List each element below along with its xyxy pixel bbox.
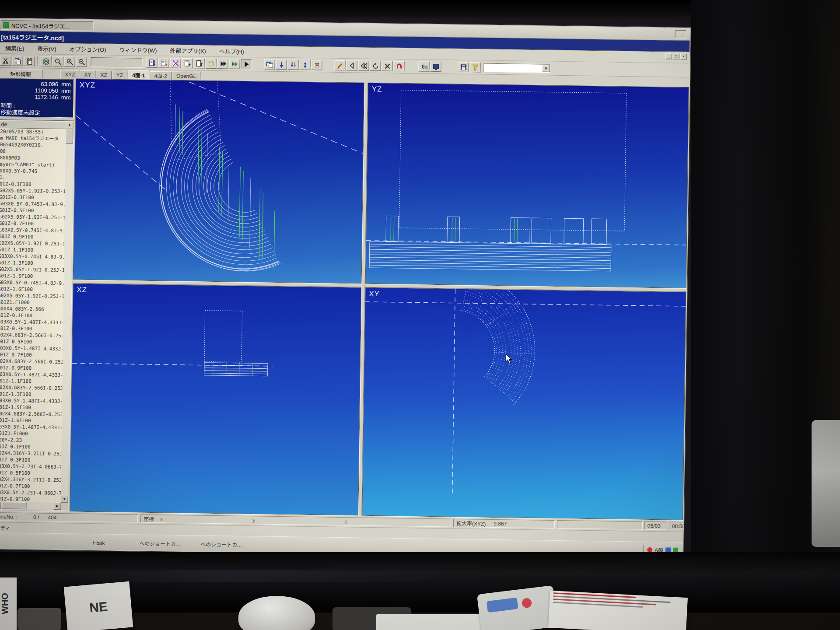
scroll-down-icon[interactable]: ▼ (61, 496, 68, 503)
coord-z-label: z (345, 518, 347, 525)
scroll-right-icon[interactable]: ▶ (53, 503, 61, 510)
mdi-restore-button[interactable]: □ (673, 54, 679, 60)
app-task-button[interactable]: NCVC - [ta154ラジエ... (1, 20, 94, 31)
menu-edit[interactable]: 編集(E) (5, 44, 24, 52)
close-x-icon[interactable] (382, 61, 392, 71)
viewport-label-yz: YZ (372, 85, 382, 94)
scroll-left-icon[interactable]: ◀ (0, 502, 1, 509)
doc-delete-icon[interactable] (170, 58, 181, 68)
tab-xyz[interactable]: XYZ (60, 70, 80, 79)
gcode-list[interactable]: 20/05/03 08:55)m MADE ta154ラジエータ0G54G92X… (0, 128, 66, 503)
gcode-line[interactable]: 00X0.5Y-0.745 (0, 168, 66, 175)
desk-box-who: WHO (0, 578, 17, 630)
main-area: 63.096 mm 1109.050 mm 1172.146 mm 時間 : 移… (0, 77, 689, 520)
scrollbar-thumb[interactable] (66, 129, 73, 144)
ready-text: レディ (0, 524, 10, 531)
viewport-xz[interactable]: XZ (70, 283, 361, 515)
taskbar-item-tbak[interactable]: トbak (88, 538, 108, 547)
scrollbar-thumb[interactable] (2, 502, 26, 509)
toolbar-separator (37, 56, 38, 66)
status-empty (557, 520, 643, 530)
doc-first-icon[interactable] (146, 58, 157, 68)
menu-view[interactable]: 表示(V) (37, 44, 56, 53)
dim-z: 1172.146 mm (0, 93, 70, 101)
copy-window-icon[interactable] (264, 60, 275, 70)
mdi-window-controls: _ □ × (665, 53, 687, 60)
mdi-minimize-button[interactable]: _ (665, 53, 672, 59)
horizontal-scrollbar[interactable]: ◀ ▶ (0, 502, 61, 510)
menu-external-apps[interactable]: 外部アプリ(X) (170, 46, 206, 55)
down-arrow-icon[interactable] (276, 60, 287, 70)
pen-icon[interactable] (334, 60, 345, 70)
viewport-grid: XYZ (70, 79, 689, 520)
tab-4view-1[interactable]: 4面-1 (128, 70, 150, 80)
menu-options[interactable]: オプション(O) (70, 45, 106, 53)
app-task-label: NCVC - [ta154ラジエ... (11, 21, 70, 30)
menu-help[interactable]: ヘルプ(H) (219, 47, 244, 56)
copy-icon[interactable] (12, 56, 23, 66)
up-down-arrow-icon[interactable] (299, 60, 310, 70)
lineno-label: LineNo. : (0, 514, 18, 520)
taskbar-item-kuruma[interactable]: 車 (0, 536, 3, 545)
chevron-down-icon[interactable]: ▼ (542, 65, 550, 72)
lineno-value: 0 / 404 (33, 514, 57, 521)
time-value: 移動速度未設定 (0, 109, 70, 116)
ncvc-application: NCVC - [ta154ラジエ... [ta154ラジエータ.ncd] 編集(… (0, 19, 690, 558)
slab-lines (369, 242, 611, 271)
mdi-close-button[interactable]: × (680, 54, 687, 60)
toolbar-gap (322, 60, 334, 70)
play-icon[interactable] (241, 59, 252, 69)
filter-icon[interactable] (469, 62, 480, 72)
status-date: 05/03 (644, 522, 667, 530)
taskbar-item-shortcut-2[interactable]: へのショートカ... (198, 539, 244, 549)
desk-white-box (376, 614, 490, 630)
gcode-panel: de 20/05/03 08:55)m MADE ta154ラジエータ0G54G… (0, 119, 74, 511)
scroll-up-icon[interactable]: ▲ (66, 121, 73, 128)
monitor-screen: NCVC - [ta154ラジエ... [ta154ラジエータ.ncd] 編集(… (0, 18, 691, 559)
zoom-in-icon[interactable] (64, 56, 75, 66)
viewport-xy[interactable]: XY (362, 287, 686, 520)
zoom-out-icon[interactable] (76, 57, 87, 67)
tab-4view-2[interactable]: 4面-2 (150, 71, 172, 80)
rotate-icon[interactable] (370, 61, 381, 71)
viewport-yz[interactable]: YZ (365, 83, 689, 288)
doc-prev-icon[interactable] (158, 58, 169, 68)
rewind-single-icon[interactable] (346, 60, 357, 70)
gcode-line[interactable]: 0G54G92X0Y0Z10. (0, 141, 66, 149)
cut-icon[interactable] (0, 56, 11, 66)
snap-magnet-icon[interactable] (393, 61, 404, 71)
toolbar-combobox[interactable]: ▼ (483, 63, 550, 73)
status-lineno: LineNo. : 0 / 404 (0, 512, 138, 523)
viewport-xyz[interactable]: XYZ (73, 79, 364, 284)
taskbar-item-shortcut-1[interactable]: へのショートカ... (136, 539, 183, 548)
layers-icon[interactable] (40, 56, 51, 66)
zoom-icon[interactable] (52, 56, 63, 66)
photo-of-monitor: NCVC - [ta154ラジエ... [ta154ラジエータ.ncd] 編集(… (0, 0, 840, 630)
desk-box-ne: NE (64, 581, 133, 630)
gcode-column-header[interactable]: de (0, 120, 66, 129)
tab-xz[interactable]: XZ (96, 70, 112, 79)
tray-red-icon[interactable] (647, 547, 652, 552)
paste-icon[interactable] (24, 56, 35, 66)
menu-window[interactable]: ウィンドウ(W) (119, 46, 157, 54)
rewind-double-icon[interactable] (358, 61, 369, 71)
hand-pan-icon[interactable] (205, 59, 216, 69)
plunge-lines-green (391, 217, 518, 243)
tab-rect-info[interactable]: 矩形情報 (0, 69, 42, 78)
tab-yz[interactable]: YZ (112, 71, 128, 79)
tab-opengl[interactable]: OpenGL (172, 72, 201, 80)
run-icon[interactable] (217, 59, 228, 69)
coord-label: 座標 (144, 515, 154, 522)
run-fast-icon[interactable] (229, 59, 240, 69)
record-stop-icon[interactable] (311, 60, 322, 70)
doc-insert-icon[interactable] (182, 58, 192, 68)
g-capture-icon[interactable]: G (418, 61, 429, 71)
down-arrow-2-icon[interactable] (287, 60, 298, 70)
rect-info-panel: 63.096 mm 1109.050 mm 1172.146 mm 時間 : 移… (0, 78, 74, 118)
save-icon[interactable] (458, 62, 469, 72)
tray-mini-icon[interactable] (675, 30, 686, 38)
doc-edit-icon[interactable] (193, 58, 204, 68)
screen-blue-icon[interactable] (430, 62, 441, 72)
tab-xy[interactable]: XY (80, 70, 95, 79)
svg-text:G: G (421, 63, 424, 70)
